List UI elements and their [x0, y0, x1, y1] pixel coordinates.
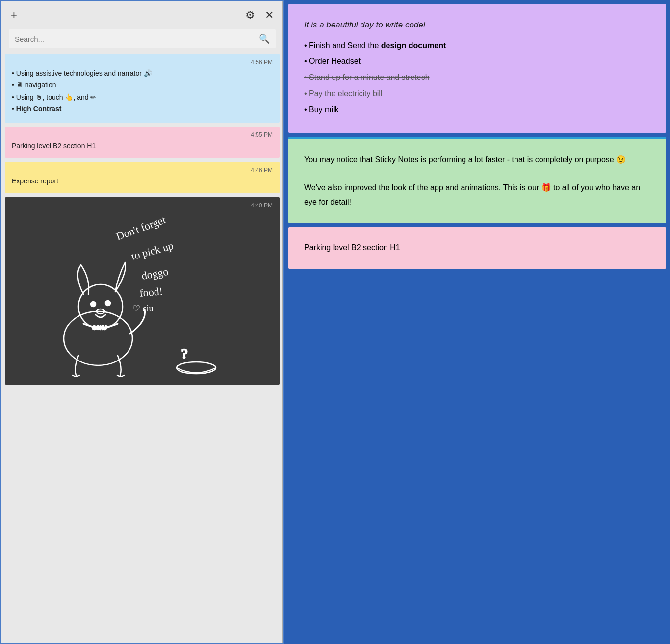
- svg-text:♡ ciu: ♡ ciu: [132, 304, 154, 313]
- scrollbar[interactable]: [282, 1, 283, 643]
- note-card-dark[interactable]: 4:40 PM Don't forget to pick up doggo fo…: [5, 197, 280, 385]
- svg-point-11: [177, 362, 216, 374]
- top-bar-right-icons: ⚙ ✕: [243, 7, 276, 24]
- search-input[interactable]: [15, 35, 259, 43]
- pink-note-content: Parking level B2 section H1: [304, 241, 650, 255]
- notes-list: 4:56 PM Using assistive technologies and…: [1, 54, 283, 643]
- svg-text:to pick up: to pick up: [130, 239, 175, 262]
- right-note-purple[interactable]: It is a beautiful day to write code! Fin…: [288, 4, 666, 133]
- list-item: Stand up for a minute and stretech: [304, 71, 650, 85]
- svg-point-8: [105, 301, 110, 306]
- top-bar: + ⚙ ✕: [1, 1, 283, 29]
- list-item: Pay the electricity bill: [304, 87, 650, 101]
- purple-note-list: Finish and Send the design document Orde…: [304, 39, 650, 117]
- svg-text:doggo: doggo: [141, 265, 170, 282]
- list-item: Order Headset: [304, 54, 650, 69]
- list-item: Finish and Send the design document: [304, 39, 650, 53]
- svg-text:?: ?: [181, 346, 187, 361]
- note-card-pink[interactable]: 4:55 PM Parking level B2 section H1: [5, 127, 280, 158]
- note-time-4: 4:40 PM: [12, 202, 273, 209]
- purple-note-header: It is a beautiful day to write code!: [304, 18, 650, 33]
- svg-point-7: [91, 302, 96, 307]
- note-content-3: Expense report: [12, 176, 273, 186]
- green-note-para2: We've also improved the look of the app …: [304, 181, 650, 209]
- svg-point-5: [64, 311, 132, 365]
- note-time-3: 4:46 PM: [12, 167, 273, 174]
- note-content-1: Using assistive technologies and narrato…: [12, 68, 273, 115]
- close-button[interactable]: ✕: [263, 7, 276, 24]
- search-bar: 🔍: [9, 29, 276, 48]
- settings-button[interactable]: ⚙: [243, 7, 257, 24]
- green-note-para1: You may notice that Sticky Notes is perf…: [304, 153, 650, 167]
- note-card-yellow[interactable]: 4:46 PM Expense report: [5, 162, 280, 193]
- right-panel: It is a beautiful day to write code! Fin…: [284, 0, 670, 644]
- dog-drawing: Don't forget to pick up doggo food! ♡ ci…: [12, 211, 273, 378]
- note-card-blue[interactable]: 4:56 PM Using assistive technologies and…: [5, 54, 280, 123]
- svg-text:Don't forget: Don't forget: [114, 213, 167, 243]
- svg-text:GOKU: GOKU: [92, 325, 106, 331]
- right-note-pink[interactable]: Parking level B2 section H1: [288, 227, 666, 269]
- svg-text:food!: food!: [139, 285, 163, 299]
- add-note-button[interactable]: +: [9, 7, 19, 24]
- list-item: Buy milk: [304, 103, 650, 117]
- right-note-green[interactable]: You may notice that Sticky Notes is perf…: [288, 137, 666, 223]
- search-icon: 🔍: [259, 33, 270, 44]
- note-time-1: 4:56 PM: [12, 59, 273, 66]
- notes-list-panel: + ⚙ ✕ 🔍 4:56 PM Using assistive technolo…: [0, 0, 284, 644]
- note-time-2: 4:55 PM: [12, 131, 273, 138]
- note-content-2: Parking level B2 section H1: [12, 140, 273, 151]
